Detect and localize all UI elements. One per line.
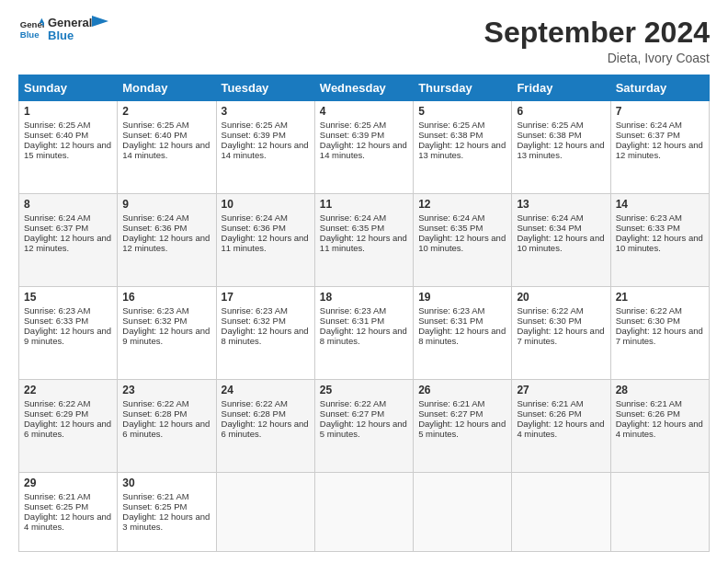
sunset-text: Sunset: 6:27 PM: [320, 408, 384, 419]
table-row: 12Sunrise: 6:24 AMSunset: 6:35 PMDayligh…: [414, 194, 512, 287]
daylight-text: Daylight: 12 hours and 11 minutes.: [222, 233, 309, 253]
day-number: 13: [517, 198, 605, 211]
daylight-text: Daylight: 12 hours and 14 minutes.: [222, 140, 309, 160]
table-row: 5Sunrise: 6:25 AMSunset: 6:38 PMDaylight…: [414, 101, 512, 194]
logo: General Blue General Blue: [18, 17, 108, 43]
sunrise-text: Sunrise: 6:21 AM: [122, 491, 188, 501]
location: Dieta, Ivory Coast: [484, 51, 710, 65]
month-title: September 2024: [484, 17, 710, 49]
sunrise-text: Sunrise: 6:22 AM: [320, 398, 386, 408]
table-row: 18Sunrise: 6:23 AMSunset: 6:31 PMDayligh…: [314, 287, 413, 380]
table-row: 22Sunrise: 6:22 AMSunset: 6:29 PMDayligh…: [19, 379, 118, 472]
svg-text:Blue: Blue: [20, 29, 40, 40]
table-row: 7Sunrise: 6:24 AMSunset: 6:37 PMDaylight…: [610, 101, 709, 194]
svg-marker-4: [92, 16, 108, 27]
sunset-text: Sunset: 6:40 PM: [24, 130, 88, 140]
sunrise-text: Sunrise: 6:22 AM: [222, 398, 288, 408]
table-row: 11Sunrise: 6:24 AMSunset: 6:35 PMDayligh…: [314, 194, 413, 287]
day-number: 10: [222, 198, 310, 211]
sunset-text: Sunset: 6:27 PM: [418, 408, 483, 419]
daylight-text: Daylight: 12 hours and 8 minutes.: [320, 326, 407, 346]
logo-blue: Blue: [48, 29, 92, 42]
day-number: 11: [320, 198, 408, 211]
day-number: 7: [616, 105, 704, 118]
daylight-text: Daylight: 12 hours and 14 minutes.: [320, 140, 407, 160]
sunset-text: Sunset: 6:26 PM: [616, 408, 680, 419]
sunrise-text: Sunrise: 6:21 AM: [418, 398, 484, 408]
sunrise-text: Sunrise: 6:23 AM: [24, 305, 90, 316]
col-tuesday: Tuesday: [216, 75, 314, 101]
sunset-text: Sunset: 6:28 PM: [122, 408, 187, 419]
sunrise-text: Sunrise: 6:25 AM: [24, 120, 90, 130]
sunrise-text: Sunrise: 6:25 AM: [418, 120, 484, 130]
daylight-text: Daylight: 12 hours and 13 minutes.: [517, 140, 604, 160]
day-number: 16: [122, 291, 210, 304]
day-number: 26: [418, 384, 506, 396]
daylight-text: Daylight: 12 hours and 5 minutes.: [320, 419, 407, 439]
table-row: 26Sunrise: 6:21 AMSunset: 6:27 PMDayligh…: [414, 379, 512, 472]
day-number: 8: [24, 198, 112, 211]
table-row: 29Sunrise: 6:21 AMSunset: 6:25 PMDayligh…: [19, 472, 118, 551]
daylight-text: Daylight: 12 hours and 10 minutes.: [418, 233, 506, 253]
sunrise-text: Sunrise: 6:21 AM: [616, 398, 682, 408]
table-row: 1Sunrise: 6:25 AMSunset: 6:40 PMDaylight…: [19, 101, 118, 194]
table-row: 8Sunrise: 6:24 AMSunset: 6:37 PMDaylight…: [19, 194, 118, 287]
title-area: September 2024 Dieta, Ivory Coast: [484, 17, 710, 65]
day-number: 9: [122, 198, 210, 211]
daylight-text: Daylight: 12 hours and 3 minutes.: [122, 511, 210, 532]
day-number: 29: [24, 477, 112, 489]
day-number: 30: [122, 477, 210, 489]
table-row: [512, 472, 610, 551]
sunset-text: Sunset: 6:35 PM: [418, 223, 483, 233]
sunrise-text: Sunrise: 6:22 AM: [24, 398, 90, 408]
table-row: 4Sunrise: 6:25 AMSunset: 6:39 PMDaylight…: [314, 101, 413, 194]
table-row: 19Sunrise: 6:23 AMSunset: 6:31 PMDayligh…: [414, 287, 512, 380]
day-number: 2: [122, 105, 210, 118]
sunrise-text: Sunrise: 6:24 AM: [418, 213, 484, 223]
col-friday: Friday: [512, 75, 610, 101]
daylight-text: Daylight: 12 hours and 6 minutes.: [122, 419, 210, 439]
sunset-text: Sunset: 6:39 PM: [320, 130, 384, 140]
sunset-text: Sunset: 6:37 PM: [24, 223, 88, 233]
logo-general: General: [48, 17, 92, 29]
sunset-text: Sunset: 6:33 PM: [24, 316, 88, 326]
sunrise-text: Sunrise: 6:24 AM: [222, 213, 288, 223]
table-row: 3Sunrise: 6:25 AMSunset: 6:39 PMDaylight…: [216, 101, 314, 194]
day-number: 25: [320, 384, 408, 396]
day-number: 22: [24, 384, 112, 396]
table-row: [314, 472, 413, 551]
daylight-text: Daylight: 12 hours and 8 minutes.: [222, 326, 309, 346]
table-row: 9Sunrise: 6:24 AMSunset: 6:36 PMDaylight…: [118, 194, 216, 287]
sunset-text: Sunset: 6:29 PM: [24, 408, 88, 419]
day-number: 28: [616, 384, 704, 396]
daylight-text: Daylight: 12 hours and 12 minutes.: [122, 233, 210, 253]
sunrise-text: Sunrise: 6:25 AM: [517, 120, 583, 130]
sunset-text: Sunset: 6:36 PM: [122, 223, 187, 233]
daylight-text: Daylight: 12 hours and 10 minutes.: [616, 233, 703, 253]
day-number: 24: [222, 384, 310, 396]
sunrise-text: Sunrise: 6:24 AM: [616, 120, 682, 130]
daylight-text: Daylight: 12 hours and 7 minutes.: [616, 326, 703, 346]
day-number: 20: [517, 291, 605, 304]
sunrise-text: Sunrise: 6:24 AM: [122, 213, 188, 223]
sunset-text: Sunset: 6:33 PM: [616, 223, 680, 233]
table-row: 10Sunrise: 6:24 AMSunset: 6:36 PMDayligh…: [216, 194, 314, 287]
daylight-text: Daylight: 12 hours and 11 minutes.: [320, 233, 407, 253]
sunset-text: Sunset: 6:35 PM: [320, 223, 384, 233]
daylight-text: Daylight: 12 hours and 13 minutes.: [418, 140, 506, 160]
sunset-text: Sunset: 6:40 PM: [122, 130, 187, 140]
col-wednesday: Wednesday: [314, 75, 413, 101]
day-number: 6: [517, 105, 605, 118]
sunset-text: Sunset: 6:39 PM: [222, 130, 286, 140]
table-row: 23Sunrise: 6:22 AMSunset: 6:28 PMDayligh…: [118, 379, 216, 472]
table-row: [414, 472, 512, 551]
sunset-text: Sunset: 6:25 PM: [24, 501, 88, 511]
table-row: 2Sunrise: 6:25 AMSunset: 6:40 PMDaylight…: [118, 101, 216, 194]
table-row: 15Sunrise: 6:23 AMSunset: 6:33 PMDayligh…: [19, 287, 118, 380]
table-row: 16Sunrise: 6:23 AMSunset: 6:32 PMDayligh…: [118, 287, 216, 380]
day-number: 1: [24, 105, 112, 118]
daylight-text: Daylight: 12 hours and 14 minutes.: [122, 140, 210, 160]
logo-flag-icon: [92, 16, 108, 36]
day-number: 15: [24, 291, 112, 304]
sunrise-text: Sunrise: 6:23 AM: [616, 213, 682, 223]
